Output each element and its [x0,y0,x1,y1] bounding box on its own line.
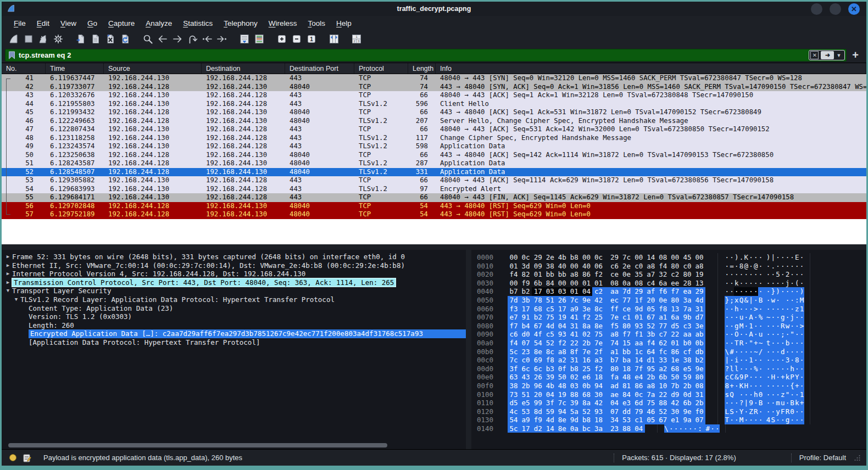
hex-row-0140[interactable]: 01405c17d2148e0abc3a238804\······:#·· [477,424,866,433]
details-hex-splitter[interactable] [466,250,471,449]
packet-row-55[interactable]: 556.129684171192.168.244.130192.168.244.… [2,193,866,202]
details-horizontal-scrollbar[interactable] [8,443,387,447]
go-back-button[interactable] [155,32,170,46]
packet-row-52[interactable]: 526.128548507192.168.244.128192.168.244.… [2,168,866,177]
expand-arrow-icon[interactable]: ▶ [4,270,12,278]
clear-filter-button[interactable]: ✕ [810,51,819,59]
close-file-button[interactable] [103,32,118,46]
expand-arrow-icon[interactable]: ▶ [4,278,12,287]
hex-row-00d0[interactable]: 00d03f6c6cb30fb825f280187f95a268e59e?ll·… [477,365,866,373]
column-header-source[interactable]: Source [104,63,202,74]
go-last-button[interactable] [214,32,229,46]
menu-edit[interactable]: Edit [31,19,55,27]
go-forward-button[interactable] [170,32,185,46]
expand-arrow-icon[interactable]: ▶ [4,261,12,270]
column-header-destination[interactable]: Destination [202,63,285,74]
hex-row-0000[interactable]: 0000000c292e4bb8000c297c001408004500··).… [477,253,866,262]
auto-scroll-live-button[interactable] [237,32,252,46]
menu-view[interactable]: View [55,19,82,27]
packet-row-45[interactable]: 456.121993432192.168.244.128192.168.244.… [2,108,866,117]
detail-line-9[interactable]: Encrypted Application Data […]: c2aa7d29… [2,329,466,338]
layout-pages-button[interactable]: 123 [349,32,364,46]
open-file-button[interactable] [73,32,88,46]
hex-row-0120[interactable]: 01204c538d59945a529307dd794652309ef0LS·Y… [477,407,866,416]
column-header-time[interactable]: Time [46,63,104,74]
menu-telephony[interactable]: Telephony [218,19,263,27]
packet-row-49[interactable]: 496.123243574192.168.244.130192.168.244.… [2,142,866,151]
hex-row-00f0[interactable]: 00f0382b964b48030b94ad8186a8107b2b088+·K… [477,382,866,390]
menu-file[interactable]: File [8,19,31,27]
packet-row-43[interactable]: 436.120332676192.168.244.130192.168.244.… [2,91,866,100]
pane-splitter[interactable] [2,244,866,250]
reload-file-button[interactable] [118,32,132,46]
detail-line-0[interactable]: ▶Frame 52: 331 bytes on wire (2648 bits)… [2,253,466,261]
close-button[interactable]: ✕ [848,3,860,15]
hex-row-0030[interactable]: 003000f96b8400000101080a08c46aee2813··k·… [477,279,866,288]
resize-columns-button[interactable] [326,32,341,46]
column-header-destination-port[interactable]: Destination Port [285,63,354,74]
colorize-packets-button[interactable] [252,32,266,46]
minimize-button[interactable] [811,3,822,15]
hex-row-0060[interactable]: 0060f31768c517a93e8cffce9d05f8137a31··h·… [477,305,866,314]
save-file-button[interactable] [88,32,103,46]
find-packet-button[interactable] [140,32,155,46]
collapse-arrow-icon[interactable]: ▼ [4,287,12,295]
capture-comment-icon[interactable] [23,454,31,462]
menu-go[interactable]: Go [82,19,103,27]
resize-grip-icon[interactable] [854,454,861,461]
column-header-length[interactable]: Length [408,63,436,74]
menu-capture[interactable]: Capture [103,19,140,27]
packet-row-48[interactable]: 486.123118258192.168.244.130192.168.244.… [2,134,866,143]
hex-row-0130[interactable]: 013054a9f94d8e9db8183453c10567e19a07T··M… [477,416,866,424]
packet-row-47[interactable]: 476.122807434192.168.244.130192.168.244.… [2,125,866,134]
restart-capture-button[interactable] [36,32,51,46]
menu-help[interactable]: Help [331,19,357,27]
apply-filter-button[interactable]: ➜ [821,51,834,59]
hex-row-00a0[interactable]: 00a0f4075452f2222b7e7415aaf46201b00b··TR… [477,339,866,348]
packet-row-44[interactable]: 446.121955803192.168.244.130192.168.244.… [2,100,866,109]
hex-row-0020[interactable]: 0020f48201bbbba886f2ce0e35a732c28019····… [477,270,866,279]
zoom-out-button[interactable] [289,32,304,46]
packet-row-56[interactable]: 566.129702848192.168.244.128192.168.244.… [2,202,866,211]
packet-row-54[interactable]: 546.129683993192.168.244.130192.168.244.… [2,185,866,194]
maximize-button[interactable] [830,3,841,15]
add-filter-button[interactable]: + [847,49,862,61]
hex-row-0050[interactable]: 00507d3b7851267c9e42ec771f200e803a4d};xQ… [477,296,866,305]
detail-line-2[interactable]: ▶Internet Protocol Version 4, Src: 192.1… [2,270,466,278]
hex-row-0080[interactable]: 0080f7b4674d04318a8ef580935277d5c33e··gM… [477,322,866,331]
column-header-protocol[interactable]: Protocol [354,63,408,74]
go-to-packet-button[interactable] [185,32,199,46]
go-first-button[interactable] [199,32,214,46]
detail-line-8[interactable]: Length: 260 [2,321,466,330]
start-capture-button[interactable] [6,32,21,46]
detail-line-1[interactable]: ▶Ethernet II, Src: VMware_7c:00:14 (00:0… [2,261,466,270]
menu-statistics[interactable]: Statistics [177,19,218,27]
hex-row-0100[interactable]: 01007351200419886830ae840c7a22d90d31sQ ·… [477,390,866,399]
menu-tools[interactable]: Tools [303,19,331,27]
detail-line-6[interactable]: Content Type: Application Data (23) [2,304,466,313]
packet-row-57[interactable]: 576.129752189192.168.244.128192.168.244.… [2,210,866,219]
column-header-info[interactable]: Info [436,63,866,74]
hex-row-0010[interactable]: 0010013d093840004006c62ec0a8f480c0a8·=·8… [477,262,866,271]
expand-arrow-icon[interactable]: ▶ [4,253,12,261]
detail-line-4[interactable]: ▼Transport Layer Security [2,287,466,295]
menu-analyze[interactable]: Analyze [140,19,177,27]
detail-line-3[interactable]: ▶Transmission Control Protocol, Src Port… [2,278,466,287]
detail-line-10[interactable]: [Application Data Protocol: Hypertext Tr… [2,338,466,347]
hex-row-0090[interactable]: 0090c6d04fc593410275a8f7f13bc722aaab··O·… [477,330,866,339]
hex-row-00e0[interactable]: 00e0634326395002e618fa48e42b6b505980cC&9… [477,373,866,382]
expert-info-icon[interactable] [9,454,16,461]
display-filter-input[interactable]: tcp.stream eq 2 ✕ ➜ ▼ [5,49,847,61]
packet-row-42[interactable]: 426.119733077192.168.244.128192.168.244.… [2,83,866,92]
hex-row-0040[interactable]: 0040b7b21703030104c2aa7d29aff6f7ea29····… [477,287,866,296]
hex-row-0070[interactable]: 0070e791b2751941f2257ec10167a16a9bd7···u… [477,313,866,322]
menu-wireless[interactable]: Wireless [263,19,303,27]
detail-line-7[interactable]: Version: TLS 1.2 (0x0303) [2,312,466,321]
zoom-original-button[interactable]: 1 [304,32,319,46]
profile-label[interactable]: Profile: Default [792,454,854,462]
column-header-no[interactable]: No. [2,63,46,74]
collapse-arrow-icon[interactable]: ▼ [12,295,20,304]
hex-row-00b0[interactable]: 00b05c238e8ca88f7e2fa1bb1c64fc86cfdb\#··… [477,348,866,356]
hex-row-00c0[interactable]: 00c07cc069f8a23116a3b7ba14d1331e38b2|·i·… [477,356,866,365]
filter-bookmark-icon[interactable] [5,49,18,61]
